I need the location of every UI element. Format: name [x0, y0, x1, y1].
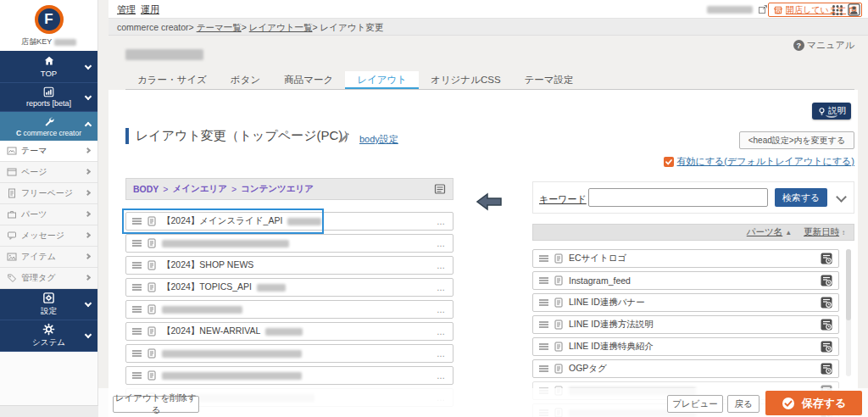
- preview-button[interactable]: プレビュー: [667, 395, 723, 413]
- sidebar-item-commerce-creator[interactable]: C commerce creator: [0, 112, 97, 141]
- layout-row[interactable]: 【2024】TOPICS_API …: [125, 278, 453, 297]
- row-menu-button[interactable]: …: [437, 349, 447, 359]
- explain-badge[interactable]: 説明: [812, 103, 851, 120]
- layout-row-label: 【2024】NEW-ARRIVAL: [162, 325, 260, 337]
- edit-pencil-icon[interactable]: [338, 131, 350, 143]
- chevron-down-icon: [85, 92, 92, 99]
- menu-label: 管理タグ: [21, 272, 55, 284]
- panel-view-icon[interactable]: [434, 183, 446, 195]
- sidebar-item-settings[interactable]: 設定: [0, 289, 97, 320]
- row-menu-button[interactable]: …: [437, 261, 447, 270]
- layout-row-selected[interactable]: 【2024】メインスライド_API …: [125, 212, 453, 231]
- drag-handle-icon[interactable]: [132, 372, 142, 379]
- operation-menu-link[interactable]: 運用: [141, 3, 159, 16]
- drag-handle-icon[interactable]: [539, 321, 548, 328]
- app-grid-icon[interactable]: [832, 4, 843, 16]
- sidebar-scroll-strip[interactable]: [0, 405, 98, 417]
- sidebar-item-item[interactable]: アイテム: [0, 247, 97, 268]
- back-button[interactable]: 戻る: [727, 395, 760, 413]
- part-row[interactable]: ECサイトロゴ: [532, 249, 839, 268]
- sidebar-item-reports[interactable]: reports [beta]: [0, 83, 97, 112]
- head-settings-button[interactable]: <head設定>内を変更する: [739, 131, 854, 149]
- search-button[interactable]: 検索する: [775, 188, 827, 207]
- keyword-input[interactable]: [588, 188, 768, 207]
- tab-button[interactable]: ボタン: [219, 71, 272, 89]
- row-menu-button[interactable]: …: [437, 283, 447, 292]
- insert-part-icon[interactable]: [821, 253, 832, 264]
- drag-handle-icon[interactable]: [132, 306, 142, 313]
- drag-handle-icon[interactable]: [539, 277, 548, 284]
- drag-handle-icon[interactable]: [132, 328, 142, 335]
- part-row[interactable]: LINE ID連携方法説明: [532, 315, 839, 334]
- menu-label: パーツ: [21, 208, 47, 220]
- sidebar-item-page[interactable]: ページ: [0, 162, 97, 183]
- part-doc-icon: [147, 326, 157, 336]
- part-row[interactable]: LINE ID連携バナー: [532, 293, 839, 312]
- keyword-label[interactable]: キーワード: [539, 193, 587, 206]
- sidebar-item-top[interactable]: TOP: [0, 51, 97, 83]
- drag-handle-icon[interactable]: [132, 218, 142, 225]
- account-icon[interactable]: [848, 3, 860, 16]
- manual-label: マニュアル: [807, 39, 854, 52]
- external-link-icon[interactable]: [758, 4, 768, 14]
- sidebar-item-admin-tag[interactable]: 管理タグ: [0, 268, 97, 289]
- layout-row[interactable]: …: [125, 234, 453, 253]
- tree-node-content-area[interactable]: コンテンツエリア: [241, 183, 314, 195]
- part-doc-icon: [147, 304, 157, 314]
- part-row[interactable]: LINE ID連携特典紹介: [532, 337, 839, 356]
- app-logo[interactable]: F 店舗KEY: [0, 0, 97, 51]
- insert-part-icon[interactable]: [821, 297, 832, 309]
- sidebar-item-system[interactable]: システム: [0, 320, 97, 352]
- breadcrumb-theme-list-link[interactable]: テーマ一覧: [197, 22, 242, 32]
- delete-layout-button[interactable]: レイアウトを削除する: [113, 396, 199, 413]
- tree-node-body[interactable]: BODY: [133, 184, 159, 194]
- tab-layout[interactable]: レイアウト: [345, 71, 419, 89]
- row-menu-button[interactable]: …: [437, 239, 447, 248]
- drag-handle-icon[interactable]: [539, 299, 548, 306]
- breadcrumb-layout-list-link[interactable]: レイアウト一覧: [249, 22, 313, 32]
- row-menu-button[interactable]: …: [437, 305, 447, 314]
- row-menu-button[interactable]: …: [437, 327, 447, 336]
- parts-scrollbar-thumb[interactable]: [846, 249, 851, 320]
- part-row-label: LINE ID連携方法説明: [569, 319, 654, 331]
- insert-part-icon[interactable]: [821, 363, 832, 375]
- tab-theme-settings[interactable]: テーマ設定: [513, 71, 586, 89]
- row-menu-button[interactable]: …: [437, 217, 447, 226]
- layout-row[interactable]: 【2024】NEW-ARRIVAL …: [125, 322, 453, 341]
- enable-checkbox[interactable]: [664, 157, 674, 167]
- insert-part-icon[interactable]: [821, 319, 832, 331]
- insert-part-icon[interactable]: [821, 341, 832, 353]
- part-row[interactable]: OGPタグ: [532, 359, 839, 378]
- sidebar-item-message[interactable]: メッセージ: [0, 225, 97, 247]
- drag-handle-icon[interactable]: [132, 240, 142, 247]
- layout-row[interactable]: …: [125, 300, 453, 319]
- sort-by-name-link[interactable]: パーツ名 ▲: [747, 226, 792, 238]
- drag-handle-icon[interactable]: [539, 365, 548, 372]
- sidebar-item-theme[interactable]: テーマ: [0, 141, 97, 162]
- layout-row[interactable]: 【2024】SHOP NEWS …: [125, 256, 453, 275]
- layout-row[interactable]: …: [125, 366, 453, 385]
- enable-default-layout-link[interactable]: 有効にする(デフォルトレイアウトにする): [677, 155, 854, 168]
- tab-product-mark[interactable]: 商品マーク: [272, 71, 345, 89]
- drag-handle-icon[interactable]: [539, 255, 548, 262]
- drag-handle-icon[interactable]: [132, 284, 142, 291]
- insert-part-icon[interactable]: [821, 275, 832, 286]
- drag-handle-icon[interactable]: [132, 350, 142, 357]
- tab-color-size[interactable]: カラー・サイズ: [125, 71, 219, 89]
- sidebar-item-parts[interactable]: パーツ: [0, 204, 97, 225]
- tab-original-css[interactable]: オリジナルCSS: [419, 71, 513, 89]
- sort-by-date-link[interactable]: 更新日時 ↕: [804, 226, 845, 238]
- save-button[interactable]: 保存する: [765, 391, 862, 415]
- row-menu-button[interactable]: …: [437, 371, 447, 381]
- tree-node-main-area[interactable]: メインエリア: [172, 183, 226, 195]
- drag-handle-icon[interactable]: [539, 343, 548, 350]
- drag-handle-icon[interactable]: [132, 262, 142, 269]
- part-row[interactable]: Instagram_feed: [532, 271, 839, 290]
- body-settings-link[interactable]: body設定: [359, 133, 398, 146]
- admin-menu-link[interactable]: 管理: [117, 3, 136, 16]
- redacted-text: [257, 284, 286, 292]
- layout-row[interactable]: …: [125, 344, 453, 363]
- manual-link[interactable]: ? マニュアル: [793, 39, 854, 52]
- sidebar-item-free-page[interactable]: フリーページ: [0, 183, 97, 204]
- enable-default-layout-row: 有効にする(デフォルトレイアウトにする): [664, 155, 854, 168]
